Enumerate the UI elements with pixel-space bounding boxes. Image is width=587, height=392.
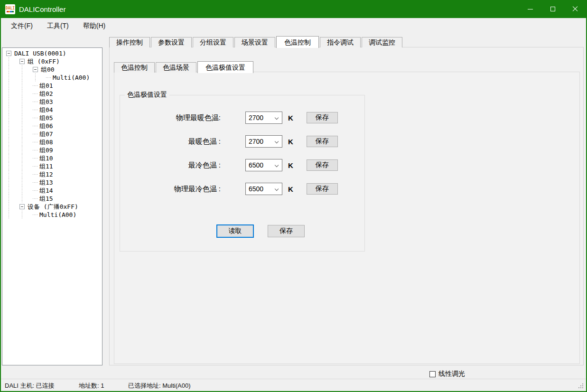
tree-item-label: 组15 <box>38 195 54 203</box>
app-window: DALI DALIController 文件(F) 工具(T) 帮助(H) 操作… <box>0 0 587 392</box>
tree-guide <box>6 162 19 170</box>
tree-guide <box>33 74 46 82</box>
tree-item-label: 组01 <box>38 82 54 90</box>
title-bar[interactable]: DALI DALIController <box>1 0 586 18</box>
main-tab[interactable]: 操作控制 <box>109 37 150 47</box>
tree-connector <box>33 211 38 219</box>
main-tab[interactable]: 参数设置 <box>151 37 192 47</box>
sub-tab[interactable]: 色温场景 <box>156 62 196 73</box>
tree-item[interactable]: 组04 <box>2 106 102 114</box>
collapse-icon[interactable] <box>33 67 38 72</box>
tree-item[interactable]: 组12 <box>2 170 102 178</box>
main-tab[interactable]: 调试监控 <box>362 37 402 47</box>
chevron-down-icon[interactable] <box>275 187 279 191</box>
tree-guide <box>19 74 33 82</box>
tree-guide <box>6 90 19 98</box>
menu-item[interactable]: 工具(T) <box>40 18 76 33</box>
temperature-row: 最冷色温 : 6500 K 保存 <box>120 159 364 171</box>
linear-dimming-checkbox[interactable] <box>429 371 436 377</box>
tree-guide <box>6 170 19 178</box>
row-save-button[interactable]: 保存 <box>307 112 338 123</box>
main-tab[interactable]: 场景设置 <box>234 37 275 47</box>
read-button[interactable]: 读取 <box>216 224 254 238</box>
collapse-icon[interactable] <box>19 59 25 64</box>
minimize-button[interactable] <box>519 0 541 18</box>
color-temp-limits-groupbox: 色温极值设置 物理最暖色温: 2700 K 保存 最暖色温 : 2700 <box>120 95 365 252</box>
tree-item-label: Multi(A00) <box>52 74 91 81</box>
combobox-value: 6500 <box>249 185 263 193</box>
maximize-button[interactable] <box>541 0 564 18</box>
sub-tab[interactable]: 色温极值设置 <box>197 61 253 73</box>
tree-guide <box>19 98 33 106</box>
tree-guide <box>19 187 33 195</box>
tree-item[interactable]: 组00 <box>2 65 102 74</box>
tree-guide <box>19 154 33 162</box>
tree-item[interactable]: 组07 <box>2 130 102 138</box>
tree-item[interactable]: 组13 <box>2 178 102 187</box>
tree-connector <box>33 187 38 195</box>
tree-item[interactable]: 组08 <box>2 138 102 146</box>
menu-item[interactable]: 文件(F) <box>4 18 40 33</box>
tree-item-label: 组02 <box>38 90 54 98</box>
tree-item[interactable]: 组11 <box>2 162 102 170</box>
temperature-label: 物理最冷色温 : <box>120 185 221 194</box>
tree-item[interactable]: 组05 <box>2 114 102 122</box>
tree-item-label: 组10 <box>38 154 54 163</box>
tree-item[interactable]: 组15 <box>2 195 102 203</box>
tree-guide <box>6 178 19 187</box>
tree-connector <box>46 74 52 82</box>
combobox-value: 2700 <box>249 114 263 121</box>
combobox-value: 2700 <box>249 138 263 145</box>
tree-connector <box>33 122 38 130</box>
menu-item[interactable]: 帮助(H) <box>76 18 112 33</box>
chevron-down-icon[interactable] <box>275 163 279 167</box>
temperature-row: 最暖色温 : 2700 K 保存 <box>120 135 364 148</box>
tree-connector <box>33 138 38 146</box>
tree-connector <box>33 130 38 138</box>
app-logo-colorbar <box>7 11 14 12</box>
chevron-down-icon[interactable] <box>275 116 279 120</box>
tree-item-label: 组13 <box>38 178 54 187</box>
main-tab[interactable]: 指令调试 <box>320 37 361 47</box>
row-save-button[interactable]: 保存 <box>307 159 338 171</box>
row-save-button[interactable]: 保存 <box>307 136 338 147</box>
status-selected-address: 已选择地址: Multi(A00) <box>128 382 190 390</box>
tree-item[interactable]: 组01 <box>2 82 102 90</box>
resize-grip[interactable] <box>578 383 584 389</box>
tree-item[interactable]: 组 (0xFF) <box>2 57 102 65</box>
menu-bar: 文件(F) 工具(T) 帮助(H) <box>1 18 586 33</box>
close-icon <box>572 6 578 12</box>
tree-item-label: 组04 <box>38 106 54 114</box>
linear-dimming-label: 线性调光 <box>438 370 465 378</box>
tree-guide <box>19 106 33 114</box>
tree-item[interactable]: Multi(A00) <box>2 74 102 82</box>
main-tab[interactable]: 色温控制 <box>276 36 319 48</box>
tree-item[interactable]: 组09 <box>2 146 102 154</box>
tree-item[interactable]: 组14 <box>2 187 102 195</box>
collapse-icon[interactable] <box>6 51 11 56</box>
temperature-combobox[interactable]: 2700 <box>245 135 282 148</box>
tree-item[interactable]: 组03 <box>2 98 102 106</box>
tree-item[interactable]: Multi(A00) <box>2 211 102 219</box>
tree-item[interactable]: 组06 <box>2 122 102 130</box>
device-tree[interactable]: DALI USB(0001)组 (0xFF)组00Multi(A00)组01组0… <box>2 47 102 365</box>
tree-item[interactable]: 设备 (广播0xFF) <box>2 203 102 211</box>
tree-item-label: 组00 <box>40 65 56 74</box>
tree-guide <box>19 130 33 138</box>
sub-tab[interactable]: 色温控制 <box>114 62 155 73</box>
temperature-combobox[interactable]: 6500 <box>245 159 282 171</box>
save-all-button[interactable]: 保存 <box>268 225 305 237</box>
tree-item[interactable]: DALI USB(0001) <box>2 49 102 57</box>
app-logo-text: DALI <box>6 6 15 10</box>
row-save-button[interactable]: 保存 <box>307 183 338 195</box>
tree-item-label: 组07 <box>38 130 54 139</box>
temperature-combobox[interactable]: 2700 <box>245 112 282 124</box>
tree-item[interactable]: 组02 <box>2 90 102 98</box>
close-button[interactable] <box>564 0 586 18</box>
chevron-down-icon[interactable] <box>275 140 279 143</box>
temperature-combobox[interactable]: 6500 <box>245 183 282 195</box>
tree-item[interactable]: 组10 <box>2 154 102 162</box>
collapse-icon[interactable] <box>19 204 25 209</box>
main-tab[interactable]: 分组设置 <box>193 37 233 47</box>
tree-guide <box>19 146 33 154</box>
